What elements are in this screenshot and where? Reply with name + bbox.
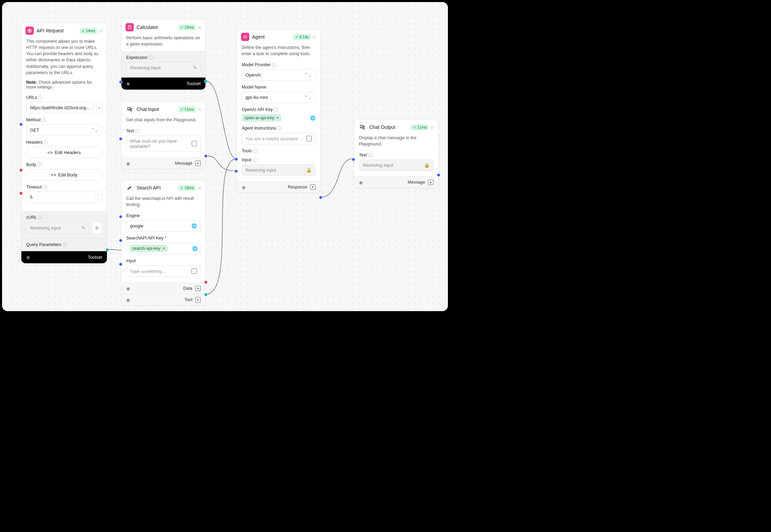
chat-icon: [358, 123, 367, 131]
message-output: Message: [175, 161, 192, 166]
scan-icon[interactable]: [428, 180, 433, 185]
port-in-tools[interactable]: [234, 157, 238, 161]
remove-chip-icon[interactable]: ×: [276, 115, 279, 120]
remove-chip-icon[interactable]: ×: [162, 246, 165, 251]
port-in[interactable]: [119, 137, 122, 141]
api-key-field[interactable]: search-api-key× 🌐: [126, 243, 201, 254]
port-out[interactable]: [204, 80, 208, 83]
api-key-chip[interactable]: search-api-key×: [129, 245, 168, 252]
port-out[interactable]: [204, 293, 208, 296]
info-icon[interactable]: i: [274, 108, 278, 112]
method-select[interactable]: GET⌃⌄: [26, 124, 102, 136]
port-out-response[interactable]: [319, 196, 322, 199]
node-description: Call the searchapi.io API with result li…: [121, 195, 206, 212]
api-key-label: SearchAPI API Key: [126, 236, 163, 241]
scan-icon[interactable]: [310, 184, 316, 190]
agent-input-label: Input: [242, 157, 251, 162]
info-icon[interactable]: i: [149, 55, 153, 60]
model-select[interactable]: gpt-4o-mini⌃⌄: [242, 92, 316, 103]
port-out[interactable]: [437, 173, 440, 177]
toolset-output: Toolset: [88, 255, 102, 260]
instructions-input[interactable]: You are a helpful assistant that can: [242, 133, 316, 144]
add-url-button[interactable]: +: [96, 102, 102, 113]
eye-icon[interactable]: ◉: [126, 286, 130, 291]
port-in[interactable]: [119, 239, 122, 242]
expand-icon[interactable]: [192, 141, 197, 146]
timeout-stepper[interactable]: +−: [96, 193, 100, 201]
node-title: Chat Input: [137, 106, 176, 112]
expression-input: Receiving input✎: [126, 62, 201, 73]
scan-icon[interactable]: [195, 161, 201, 166]
chevron-updown-icon: ⌃⌄: [304, 72, 312, 78]
port-out[interactable]: [106, 248, 109, 252]
openai-key-label: OpenAI API Key: [242, 107, 273, 112]
info-icon[interactable]: i: [38, 163, 42, 167]
node-header: API Request ✓ 14ms ▷: [21, 23, 107, 38]
eye-icon[interactable]: ◉: [126, 81, 130, 86]
node-agent[interactable]: Agent ✓ 3.14s ▷ Define the agent's instr…: [237, 29, 321, 193]
info-icon[interactable]: i: [253, 149, 257, 153]
info-icon[interactable]: i: [136, 129, 140, 133]
info-icon[interactable]: i: [63, 243, 67, 247]
url-input[interactable]: https://pathfinder.d20srd.org...: [26, 102, 93, 113]
info-icon[interactable]: i: [44, 140, 48, 144]
eye-icon[interactable]: ◉: [242, 185, 246, 190]
info-icon[interactable]: i: [42, 118, 46, 122]
node-chat-output[interactable]: Chat Output ✓ 11ms ▷ Display a chat mess…: [354, 119, 439, 188]
svg-rect-1: [128, 25, 131, 29]
port-out[interactable]: [204, 280, 208, 284]
engine-input[interactable]: google🌐: [126, 220, 201, 232]
info-icon[interactable]: i: [368, 153, 372, 157]
eye-icon[interactable]: ◉: [126, 297, 130, 303]
body-label: Body: [26, 162, 36, 167]
port-in[interactable]: [19, 168, 23, 172]
node-search-api[interactable]: Search API ✓ 18ms ▷ Call the searchapi.i…: [121, 180, 206, 306]
port-out[interactable]: [204, 154, 208, 158]
info-icon[interactable]: i: [278, 126, 282, 130]
play-icon[interactable]: ▷: [199, 25, 201, 30]
scan-icon[interactable]: [195, 297, 201, 303]
port-in[interactable]: [119, 215, 122, 218]
port-in[interactable]: [19, 123, 23, 126]
expand-icon[interactable]: [191, 268, 197, 274]
instructions-label: Agent Instructions: [242, 126, 276, 131]
info-icon[interactable]: i: [272, 63, 276, 67]
node-calculator[interactable]: Calculator ✓ 19ms ▷ Perform basic arithm…: [121, 19, 206, 90]
port-in[interactable]: [119, 263, 122, 266]
text-input[interactable]: What tools do you have available?: [126, 135, 201, 152]
refresh-button[interactable]: ↻: [92, 222, 102, 234]
play-icon[interactable]: ▷: [100, 29, 103, 33]
timeout-input[interactable]: 5 +−: [26, 192, 102, 203]
workflow-canvas[interactable]: API Request ✓ 14ms ▷ This component allo…: [2, 2, 448, 311]
message-output: Message: [408, 180, 425, 185]
node-chat-input[interactable]: Chat Input ✓ 11ms ▷ Get chat inputs from…: [121, 101, 206, 169]
eye-icon[interactable]: ◉: [359, 180, 363, 185]
edit-body-button[interactable]: <>Edit Body: [26, 169, 102, 181]
info-icon[interactable]: i: [43, 185, 47, 189]
provider-select[interactable]: OpenAI⌃⌄: [242, 69, 316, 81]
node-api-request[interactable]: API Request ✓ 14ms ▷ This component allo…: [21, 23, 107, 264]
port-in[interactable]: [19, 192, 23, 195]
port-in[interactable]: [119, 80, 122, 84]
play-icon[interactable]: ▷: [431, 125, 434, 130]
port-in[interactable]: [352, 158, 355, 161]
eye-icon[interactable]: ◉: [26, 255, 30, 260]
engine-label: Engine: [126, 213, 140, 218]
eye-icon[interactable]: ◉: [126, 161, 130, 166]
search-input[interactable]: Type something...: [126, 265, 201, 277]
info-icon[interactable]: i: [38, 215, 42, 219]
urls-label: URLs: [26, 95, 37, 100]
info-icon[interactable]: i: [253, 158, 257, 162]
openai-key-chip[interactable]: open-ai-api-key×: [242, 114, 281, 122]
expand-icon[interactable]: [306, 136, 312, 141]
scan-icon[interactable]: [195, 286, 201, 291]
play-icon[interactable]: ▷: [313, 35, 316, 39]
timing-badge: ✓ 14ms: [80, 28, 97, 34]
edit-headers-button[interactable]: <>Edit Headers: [26, 147, 102, 158]
wand-icon: ✎: [193, 65, 197, 70]
play-icon[interactable]: ▷: [199, 186, 201, 190]
play-icon[interactable]: ▷: [199, 107, 201, 112]
info-icon[interactable]: i: [38, 95, 42, 100]
port-in-input[interactable]: [234, 170, 238, 173]
agent-input: Receiving input🔒: [242, 164, 316, 176]
